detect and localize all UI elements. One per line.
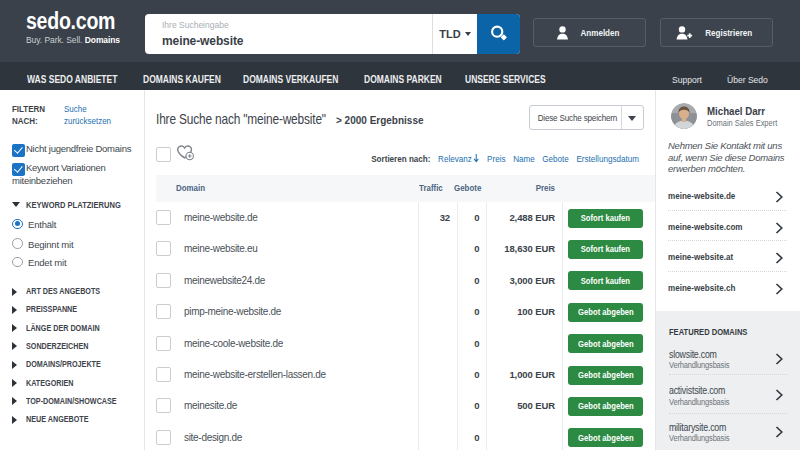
featured-domain[interactable]: slowsite.com	[669, 349, 777, 361]
sort-preis[interactable]: Preis	[487, 152, 505, 165]
row-price: 3,000 EUR	[509, 275, 555, 287]
section-preisspanne[interactable]: PREISSPANNE	[26, 304, 90, 315]
filter-variations-label: Keywort Variationen miteinbeziehen	[12, 161, 138, 187]
row-domain[interactable]: pimp-meine-website.de	[184, 306, 281, 318]
search-button[interactable]	[477, 14, 520, 54]
bid-button[interactable]: Gebot abgeben	[568, 334, 643, 353]
section-kategorien[interactable]: KATEGORIEN	[26, 378, 85, 389]
row-domain[interactable]: meine-website.de	[184, 212, 258, 224]
row-checkbox[interactable]	[156, 210, 171, 225]
table-header: Domain Traffic Gebote Preis	[156, 175, 655, 202]
tld-dropdown[interactable]: TLD	[432, 14, 477, 54]
chevron-right-icon[interactable]	[775, 353, 783, 365]
nav-support[interactable]: Support	[672, 74, 702, 86]
save-search-button[interactable]: Diese Suche speichern	[529, 105, 644, 130]
chevron-right-icon[interactable]	[775, 389, 783, 401]
sort-erstellungsdatum[interactable]: Erstellungsdatum	[577, 152, 639, 165]
nav-ueber-sedo[interactable]: Über Sedo	[727, 74, 768, 86]
row-domain[interactable]: site-design.de	[184, 432, 242, 444]
results-table-body: meine-website.de 32 0 2,488 EUR Sofort k…	[145, 202, 655, 450]
radio-enthaelt-label[interactable]: Enthält	[28, 219, 56, 230]
section-keyword-platzierung[interactable]: KEYWORD PLATZIERUNG	[26, 200, 139, 211]
expand-icon[interactable]	[12, 342, 17, 350]
row-checkbox[interactable]	[156, 273, 171, 288]
logo[interactable]: sedo.com Buy.Park.Sell.Domains	[26, 8, 131, 45]
expand-icon[interactable]	[12, 306, 17, 314]
section-domains-projekte[interactable]: DOMAINS/PROJEKTE	[26, 359, 120, 370]
login-label: Anmelden	[580, 27, 619, 38]
bid-button[interactable]: Gebot abgeben	[568, 303, 643, 322]
contact-domain-item[interactable]: meine-website.at	[668, 250, 788, 264]
row-domain[interactable]: meine-website-erstellen-lassen.de	[184, 369, 326, 381]
table-row: meinewebsite24.de 0 3,000 EUR Sofort kau…	[145, 265, 655, 296]
select-all-checkbox[interactable]	[156, 147, 171, 162]
radio-beginnt-mit[interactable]	[12, 238, 23, 249]
row-checkbox[interactable]	[156, 398, 171, 413]
nav-domains-verkaufen[interactable]: DOMAINS VERKAUFEN	[243, 74, 338, 86]
nav-domains-kaufen[interactable]: DOMAINS KAUFEN	[143, 74, 221, 86]
register-button[interactable]: Registrieren	[660, 18, 773, 47]
divider	[669, 413, 787, 414]
chevron-right-icon[interactable]	[775, 222, 783, 234]
nav-domains-parken[interactable]: DOMAINS PARKEN	[364, 74, 442, 86]
row-price: 2,488 EUR	[509, 212, 555, 224]
row-checkbox[interactable]	[156, 336, 171, 351]
section-laenge-der-domain[interactable]: LÄNGE DER DOMAIN	[26, 323, 118, 334]
sort-name[interactable]: Name	[513, 152, 535, 165]
collapse-icon[interactable]	[12, 202, 20, 207]
chevron-right-icon[interactable]	[775, 283, 783, 295]
row-checkbox[interactable]	[156, 304, 171, 319]
sort-gebote[interactable]: Gebote	[542, 152, 568, 165]
bid-button[interactable]: Gebot abgeben	[568, 366, 643, 385]
section-art-des-angebots[interactable]: ART DES ANGEBOTS	[26, 286, 119, 297]
header: sedo.com Buy.Park.Sell.Domains Ihre Such…	[0, 0, 800, 62]
reset-search-link[interactable]: Suche zurücksetzen	[64, 103, 131, 126]
table-row: meine-website.de 32 0 2,488 EUR Sofort k…	[145, 202, 655, 233]
radio-endet-mit[interactable]	[12, 257, 23, 268]
search-input[interactable]: Ihre Sucheingabe meine-website	[145, 14, 432, 54]
section-neue-angebote[interactable]: NEUE ANGEBOTE	[26, 414, 104, 425]
filter-title: FILTERN NACH:	[12, 103, 59, 126]
buy-button[interactable]: Sofort kaufen	[568, 271, 643, 290]
expand-icon[interactable]	[12, 397, 17, 405]
table-row: site-design.de 0 Gebot abgeben	[145, 422, 655, 450]
nav-unsere-services[interactable]: UNSERE SERVICES	[465, 74, 546, 86]
divider	[668, 210, 787, 211]
buy-button[interactable]: Sofort kaufen	[568, 240, 643, 259]
row-domain[interactable]: meinesite.de	[184, 400, 237, 412]
chevron-right-icon[interactable]	[775, 426, 783, 438]
bid-button[interactable]: Gebot abgeben	[568, 428, 643, 447]
col-preis: Preis	[533, 183, 555, 194]
nav-was-sedo-anbietet[interactable]: WAS SEDO ANBIETET	[27, 74, 117, 86]
expand-icon[interactable]	[12, 416, 17, 424]
bid-button[interactable]: Gebot abgeben	[568, 397, 643, 416]
chevron-right-icon[interactable]	[775, 191, 783, 203]
row-domain[interactable]: meinewebsite24.de	[184, 275, 265, 287]
radio-enthaelt[interactable]	[12, 219, 23, 230]
radio-beginnt-mit-label[interactable]: Beginnt mit	[28, 239, 73, 250]
row-checkbox[interactable]	[156, 241, 171, 256]
sort-relevanz[interactable]: Relevanz	[438, 152, 479, 165]
section-top-domain-showcase[interactable]: TOP-DOMAIN/SHOWCASE	[26, 396, 139, 407]
chevron-right-icon[interactable]	[775, 252, 783, 264]
row-domain[interactable]: meine-coole-website.de	[184, 338, 283, 350]
radio-endet-mit-label[interactable]: Endet mit	[28, 257, 66, 268]
contact-domain-item[interactable]: meine-website.com	[668, 220, 788, 234]
expand-icon[interactable]	[12, 324, 17, 332]
table-row: pimp-meine-website.de 0 100 EUR Gebot ab…	[145, 296, 655, 327]
expand-icon[interactable]	[12, 361, 17, 369]
watchlist-heart-icon[interactable]	[176, 144, 195, 161]
row-checkbox[interactable]	[156, 430, 171, 445]
featured-domain[interactable]: militarysite.com	[669, 422, 777, 434]
expand-icon[interactable]	[12, 288, 17, 296]
contact-domain-item[interactable]: meine-website.de	[668, 189, 788, 203]
contact-domain-item[interactable]: meine-website.ch	[668, 281, 788, 295]
filter-adult-label: Nicht jugendfreie Domains	[12, 142, 138, 155]
expand-icon[interactable]	[12, 379, 17, 387]
section-sonderzeichen[interactable]: SONDERZEICHEN	[26, 341, 104, 352]
featured-domain[interactable]: activistsite.com	[669, 385, 777, 397]
row-domain[interactable]: meine-website.eu	[184, 243, 258, 255]
login-button[interactable]: Anmelden	[533, 18, 646, 47]
row-checkbox[interactable]	[156, 367, 171, 382]
buy-button[interactable]: Sofort kaufen	[568, 209, 643, 228]
